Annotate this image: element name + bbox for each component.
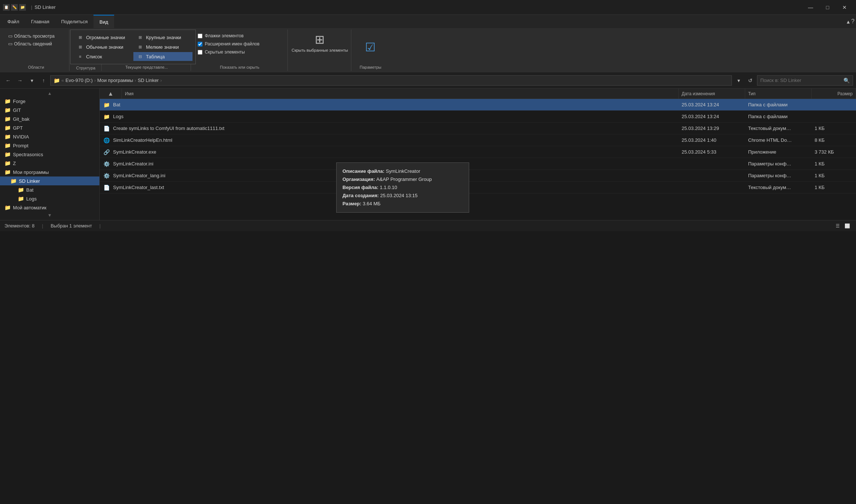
list-icon: ≡	[76, 54, 84, 59]
current-view-group-label: Текущее представле...	[105, 65, 188, 69]
forward-button[interactable]: →	[15, 75, 25, 86]
sidebar-item-moi-programmy[interactable]: 📁 Мои программы	[0, 168, 99, 176]
maximize-button[interactable]: □	[819, 0, 836, 15]
help-btn[interactable]: ?	[851, 18, 855, 25]
sidebar-item-git[interactable]: 📁 GIT	[0, 106, 99, 114]
list-option[interactable]: ≡ Список	[74, 52, 133, 61]
sidebar-scroll-down[interactable]: ▼	[0, 212, 99, 219]
tab-file[interactable]: Файл	[1, 15, 25, 28]
sidebar-item-gpt[interactable]: 📁 GPT	[0, 123, 99, 132]
file-name-bat: 📁 Bat	[100, 100, 679, 109]
file-size-symlinklangini: 1 КБ	[812, 171, 856, 180]
sidebar-item-moy-avtomat[interactable]: 📁 Мой автоматик	[0, 203, 99, 212]
sidebar-item-bat[interactable]: 📁 Bat	[0, 185, 99, 194]
hidden-checkbox-row: Скрытые элементы	[196, 49, 283, 55]
large-icons-option[interactable]: ⊞ Крупные значки	[133, 33, 192, 42]
hide-selected-icon: ⊞	[315, 32, 325, 47]
tab-share[interactable]: Поделиться	[55, 15, 93, 28]
flags-checkbox[interactable]	[198, 34, 202, 38]
hidden-checkbox[interactable]	[198, 50, 202, 55]
details-area-btn[interactable]: ▭ Область сведений	[6, 40, 66, 47]
breadcrumb-drive[interactable]: Evo-970 (D:)	[65, 78, 93, 83]
sidebar-item-sd-linker[interactable]: 📁 SD Linker	[0, 176, 99, 185]
table-row[interactable]: 📄 SymLinkCreator_last.txt Текстовый доку…	[100, 182, 856, 193]
minimize-button[interactable]: —	[802, 0, 819, 15]
statusbar: Элементов: 8 | Выбран 1 элемент | ☰ ⬜	[0, 220, 856, 231]
folder-icon-z: 📁	[4, 160, 11, 166]
file-date-symlinkini	[679, 162, 745, 165]
breadcrumb-arrow-2: ›	[134, 78, 136, 83]
breadcrumb-myprograms[interactable]: Мои программы	[97, 78, 133, 83]
table-option[interactable]: ⊟ Таблица	[133, 52, 192, 61]
file-type-simlinkhelp: Chrome HTML Do…	[745, 136, 812, 144]
ribbon-content: ▭ Область просмотра ▭ Область сведений О…	[0, 28, 856, 72]
preview-area-btn[interactable]: ▭ Область просмотра	[6, 32, 66, 40]
back-button[interactable]: ←	[3, 75, 13, 86]
view-mode-dropdown: ⊞ Огромные значки ⊞ Крупные значки ⊞ Обы…	[70, 30, 196, 64]
tooltip-date-value: 25.03.2024 13:15	[380, 193, 417, 198]
file-size-createsymlinks: 1 КБ	[812, 124, 856, 133]
small-icons-option[interactable]: ⊞ Мелкие значки	[133, 42, 192, 51]
status-sep-1: |	[42, 223, 43, 229]
file-size-logs	[812, 115, 856, 118]
ribbon-expand-btn[interactable]: ▴	[847, 18, 850, 25]
address-dropdown-btn[interactable]: ▾	[733, 75, 744, 86]
file-date-simlinkhelp: 25.03.2024 1:40	[679, 136, 745, 144]
table-row[interactable]: ⚙️ SymLinkCreator.ini Параметры конф… 1 …	[100, 158, 856, 170]
table-row[interactable]: 📁 Logs 25.03.2024 13:24 Папка с файлами	[100, 111, 856, 123]
tooltip-org-value: A&AP Programmer Group	[376, 176, 432, 182]
sidebar: ▲ 📁 Forge 📁 GIT 📁 Git_bak 📁 GPT 📁 NVIDIA…	[0, 89, 100, 220]
tooltip-date-label: Дата создания:	[342, 193, 379, 198]
close-button[interactable]: ✕	[836, 0, 853, 15]
refresh-button[interactable]: ↺	[745, 75, 756, 86]
small-icons-icon: ⊞	[136, 44, 144, 50]
sidebar-item-prompt[interactable]: 📁 Prompt	[0, 141, 99, 150]
tab-view[interactable]: Вид	[93, 15, 114, 28]
extensions-checkbox[interactable]	[198, 42, 202, 47]
table-row[interactable]: 🔗 SymLinkCreator.exe 25.03.2024 5:33 При…	[100, 146, 856, 158]
search-input[interactable]	[760, 78, 842, 83]
table-row[interactable]: 🌐 SimLinkCreatorHelpEn.html 25.03.2024 1…	[100, 134, 856, 146]
huge-icons-icon: ⊞	[76, 34, 84, 40]
col-header-date[interactable]: Дата изменения	[679, 89, 745, 99]
sidebar-item-nvidia[interactable]: 📁 NVIDIA	[0, 132, 99, 141]
doc-icon-symlinklast: 📄	[103, 185, 110, 191]
tab-home[interactable]: Главная	[25, 15, 55, 28]
sidebar-item-forge[interactable]: 📁 Forge	[0, 97, 99, 106]
sidebar-scroll-up[interactable]: ▲	[0, 90, 99, 97]
up-button[interactable]: ↑	[38, 75, 49, 86]
table-row[interactable]: 📄 Create symLinks to ComfyUI from automa…	[100, 123, 856, 134]
folder-icon-logs: 📁	[18, 196, 24, 202]
col-header-type[interactable]: Тип	[745, 89, 812, 99]
normal-icons-icon: ⊞	[76, 44, 84, 50]
col-header-name[interactable]: Имя	[122, 89, 679, 99]
breadcrumb-sdlinker[interactable]: SD Linker	[138, 78, 159, 83]
col-header-size[interactable]: Размер	[812, 89, 856, 99]
huge-icons-option[interactable]: ⊞ Огромные значки	[74, 33, 133, 42]
folder-icon-spectrasonics: 📁	[4, 151, 11, 157]
file-name-logs: 📁 Logs	[100, 112, 679, 121]
breadcrumb-arrow-3: ›	[160, 78, 162, 83]
table-icon: ⊟	[136, 54, 144, 59]
file-date-bat: 25.03.2024 13:24	[679, 100, 745, 109]
sidebar-item-logs[interactable]: 📁 Logs	[0, 194, 99, 203]
table-row[interactable]: 📁 Bat 25.03.2024 13:24 Папка с файлами	[100, 99, 856, 111]
breadcrumb: 📁 « Evo-970 (D:) › Мои программы › SD Li…	[50, 75, 732, 86]
view-list-toggle-btn[interactable]: ☰	[833, 222, 842, 230]
ribbon-tabs: Файл Главная Поделиться Вид ▴ ?	[0, 15, 856, 28]
exe-icon-symlinkcreator: 🔗	[103, 149, 110, 155]
main-area: ▲ 📁 Forge 📁 GIT 📁 Git_bak 📁 GPT 📁 NVIDIA…	[0, 89, 856, 220]
sidebar-item-git-bak[interactable]: 📁 Git_bak	[0, 114, 99, 123]
tooltip-version-label: Версия файла:	[342, 185, 378, 190]
folder-icon-nvidia: 📁	[4, 134, 11, 140]
html-icon-simlinkhelp: 🌐	[103, 137, 110, 143]
normal-icons-option[interactable]: ⊞ Обычные значки	[74, 42, 133, 51]
sidebar-item-z[interactable]: 📁 Z	[0, 159, 99, 168]
table-row[interactable]: ⚙️ SymLinkCreator_lang.ini Параметры кон…	[100, 170, 856, 182]
folder-icon-git: 📁	[4, 107, 11, 113]
file-list: ▲ Имя Дата изменения Тип Размер 📁 Bat 25…	[100, 89, 856, 220]
sidebar-item-spectrasonics[interactable]: 📁 Spectrasonics	[0, 150, 99, 159]
view-grid-toggle-btn[interactable]: ⬜	[843, 222, 852, 230]
recent-btn[interactable]: ▾	[27, 75, 37, 86]
sort-arrow-header[interactable]: ▲	[100, 89, 122, 99]
